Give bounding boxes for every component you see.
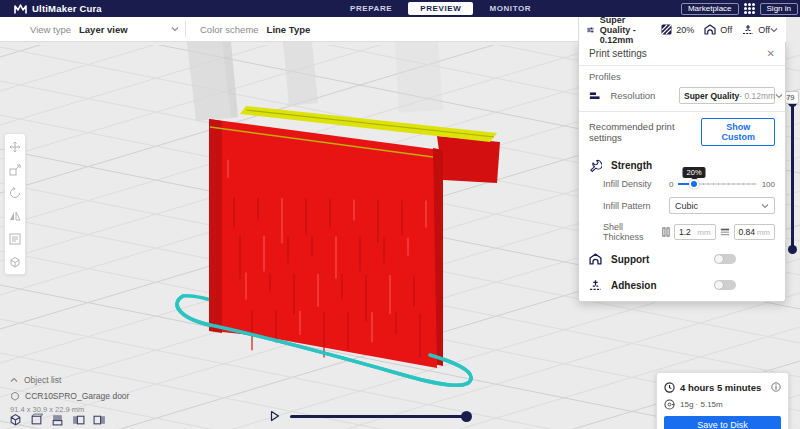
infill-pattern-label: Infill Pattern — [603, 201, 669, 211]
view-top-button[interactable] — [50, 412, 64, 426]
slider-max-label: 100 — [762, 180, 775, 189]
simulation-bar — [270, 410, 470, 422]
view-3d-button[interactable] — [8, 412, 22, 426]
chevron-down-icon — [775, 92, 783, 100]
view-top-icon — [51, 413, 64, 426]
summary-adhesion: Off — [758, 25, 770, 35]
tab-prepare[interactable]: PREPARE — [338, 2, 404, 15]
app-title: UltiMaker Cura — [32, 3, 102, 14]
top-bottom-thickness-icon — [720, 226, 730, 238]
adhesion-icon — [589, 279, 602, 291]
color-scheme-label: Color scheme — [200, 24, 259, 35]
tool-sidebar — [4, 133, 26, 275]
top-bottom-thickness-input[interactable]: 0.84 mm — [734, 224, 776, 240]
print-time-estimate: 4 hours 5 minutes — [680, 382, 761, 393]
marketplace-button[interactable]: Marketplace — [681, 3, 739, 15]
slider-min-label: 0 — [669, 180, 673, 189]
object-list-item[interactable]: CCR10SPRO_Garage door — [10, 391, 129, 401]
save-to-disk-button[interactable]: Save to Disk — [664, 416, 781, 429]
play-button[interactable] — [270, 410, 280, 422]
info-icon[interactable] — [771, 378, 781, 396]
clock-icon — [664, 382, 675, 393]
close-icon[interactable]: ✕ — [767, 49, 775, 59]
view-right-button[interactable] — [92, 412, 106, 426]
slider-value-tooltip: 20% — [683, 167, 706, 178]
scale-icon — [9, 164, 21, 176]
simulation-slider-handle[interactable] — [461, 411, 472, 422]
layer-slider-bottom-handle[interactable] — [788, 245, 797, 254]
rotate-icon — [9, 187, 21, 199]
mirror-tool-button[interactable] — [6, 206, 24, 225]
sliders-icon — [587, 24, 594, 36]
adhesion-icon — [742, 24, 754, 35]
scale-tool-button[interactable] — [6, 160, 24, 179]
support-icon — [589, 253, 602, 265]
view-right-icon — [93, 413, 106, 426]
model-icon — [10, 391, 20, 401]
adhesion-toggle[interactable] — [714, 280, 736, 290]
per-model-settings-button[interactable] — [6, 229, 24, 248]
view-3d-icon — [9, 413, 22, 426]
top-bottom-thickness-value: 0.84 — [739, 227, 756, 237]
move-tool-button[interactable] — [6, 137, 24, 156]
view-type-value: Layer view — [79, 24, 128, 35]
per-model-settings-icon — [9, 233, 21, 245]
infill-density-slider[interactable]: 20% — [678, 183, 756, 185]
resolution-value: Super Quality — [684, 91, 739, 101]
simulation-slider[interactable] — [290, 415, 470, 418]
app-header: UltiMaker Cura PREPARE PREVIEW MONITOR M… — [0, 0, 800, 17]
view-left-icon — [72, 413, 85, 426]
view-left-button[interactable] — [71, 412, 85, 426]
panel-title: Print settings — [589, 48, 647, 59]
object-list-label: Object list — [24, 375, 61, 385]
resolution-dropdown[interactable]: Super Quality - 0.12mm — [679, 87, 775, 104]
layer-slider[interactable] — [791, 101, 794, 251]
adhesion-section-title: Adhesion — [611, 280, 671, 291]
summary-profile: Super Quality - 0.12mm — [600, 15, 648, 45]
tab-monitor[interactable]: MONITOR — [477, 2, 543, 15]
support-blocker-icon — [9, 256, 21, 268]
infill-icon — [661, 24, 672, 35]
material-usage-estimate: 15g · 5.15m — [680, 400, 723, 409]
infill-density-slider-handle[interactable] — [689, 179, 699, 189]
infill-pattern-dropdown[interactable]: Cubic — [669, 197, 775, 214]
move-icon — [9, 141, 21, 153]
print-job-card: 4 hours 5 minutes 15g · 5.15m Save to Di… — [656, 372, 789, 429]
support-blocker-button[interactable] — [6, 252, 24, 271]
color-scheme-value: Line Type — [267, 24, 311, 35]
print-settings-summary-bar[interactable]: Super Quality - 0.12mm 20% Off Off — [578, 17, 786, 42]
view-front-icon — [30, 413, 43, 426]
view-type-dropdown[interactable]: View type Layer view — [0, 17, 185, 41]
tab-preview[interactable]: PREVIEW — [408, 2, 473, 15]
support-section-title: Support — [611, 254, 671, 265]
mirror-icon — [9, 210, 21, 222]
play-icon — [270, 410, 280, 422]
chevron-up-icon — [10, 377, 18, 383]
wall-thickness-input[interactable]: 1.2 mm — [674, 224, 716, 240]
chevron-down-icon — [761, 202, 769, 210]
support-toggle[interactable] — [714, 254, 736, 264]
profiles-label: Profiles — [579, 66, 785, 84]
camera-view-buttons — [8, 412, 106, 426]
object-list: Object list CCR10SPRO_Garage door 91.4 x… — [10, 375, 129, 414]
summary-infill: 20% — [676, 25, 694, 35]
ultimaker-logo: UltiMaker Cura — [14, 3, 102, 14]
wall-thickness-unit: mm — [697, 228, 710, 237]
strength-icon — [589, 159, 602, 172]
stage-tabs: PREPARE PREVIEW MONITOR — [338, 0, 543, 17]
support-icon — [704, 24, 716, 35]
recommended-settings-label: Recommended print settings — [589, 121, 701, 143]
object-list-header[interactable]: Object list — [10, 375, 129, 385]
apps-grid-icon[interactable] — [744, 3, 755, 14]
ultimaker-logo-icon — [14, 4, 27, 14]
wall-thickness-value: 1.2 — [679, 227, 691, 237]
view-type-label: View type — [30, 24, 71, 35]
rotate-tool-button[interactable] — [6, 183, 24, 202]
show-custom-button[interactable]: Show Custom — [701, 118, 775, 146]
strength-section-title: Strength — [611, 160, 652, 171]
resolution-value-suffix: - 0.12mm — [739, 91, 775, 101]
view-front-button[interactable] — [29, 412, 43, 426]
sign-in-button[interactable]: Sign in — [760, 3, 798, 15]
top-bottom-thickness-unit: mm — [757, 228, 770, 237]
model-name: CCR10SPRO_Garage door — [25, 391, 129, 401]
